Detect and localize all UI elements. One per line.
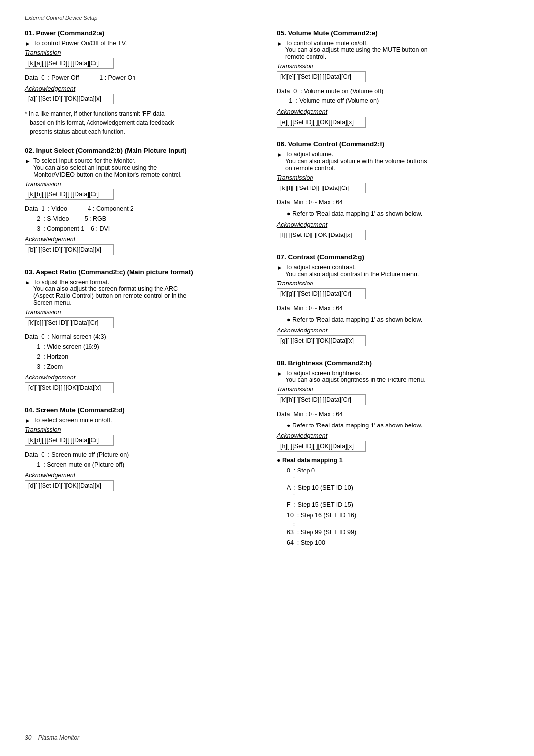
arrow-icon-06: ► (277, 151, 283, 158)
section-04-data: Data 0 : Screen mute off (Picture on) 1 … (25, 450, 257, 470)
section-07: 07. Contrast (Command2:g) ► To adjust sc… (277, 253, 509, 348)
section-02-transmission-code: [k][b][ ][Set ID][ ][Data][Cr] (25, 189, 114, 200)
section-03-bullet-text: To adjust the screen format. You can als… (33, 279, 187, 306)
two-column-layout: 01. Power (Command2:a) ► To control Powe… (25, 29, 509, 559)
section-02-bullet: ► To select input source for the Monitor… (25, 157, 257, 178)
section-07-transmission-label: Transmission (277, 280, 509, 287)
section-02-data: Data 1 : Video 4 : Component 2 2 : S-Vid… (25, 204, 257, 234)
section-08-title: 08. Brightness (Command2:h) (277, 359, 509, 367)
page-footer: 30 Plasma Monitor (25, 734, 79, 741)
section-03-bullet: ► To adjust the screen format. You can a… (25, 279, 257, 306)
section-07-bullet-text: To adjust screen contrast. You can also … (285, 264, 419, 278)
footer-label: Plasma Monitor (38, 734, 79, 741)
section-06-title: 06. Volume Control (Command2:f) (277, 141, 509, 148)
section-07-sub-bullet: ● Refer to 'Real data mapping 1' as show… (287, 315, 509, 325)
section-05-bullet-text: To control volume mute on/off. You can a… (285, 40, 428, 60)
section-05-title: 05. Volume Mute (Command2:e) (277, 29, 509, 37)
rdm-dots-1: ⋮ (287, 476, 509, 483)
arrow-icon-07: ► (277, 264, 283, 271)
real-data-mapping: ● Real data mapping 1 0 : Step 0 ⋮ A : S… (277, 457, 509, 548)
rdm-row-63: 63 : Step 99 (SET ID 99) (287, 527, 509, 538)
rdm-row-10: 10 : Step 16 (SET ID 16) (287, 510, 509, 520)
left-column: 01. Power (Command2:a) ► To control Powe… (25, 29, 257, 559)
section-05-transmission-label: Transmission (277, 63, 509, 70)
section-05-transmission-code: [k][e][ ][Set ID][ ][Data][Cr] (277, 71, 366, 82)
arrow-icon-01: ► (25, 40, 31, 47)
section-02-bullet-text: To select input source for the Monitor. … (33, 157, 182, 178)
section-02-ack-label: Acknowledgement (25, 236, 257, 243)
section-07-data: Data Min : 0 ~ Max : 64 (277, 303, 509, 313)
section-01-bullet: ► To control Power On/Off of the TV. (25, 40, 257, 47)
section-01-data-0: Data 0 : Power Off 1 : Power On (25, 74, 135, 81)
section-03-ack-label: Acknowledgement (25, 374, 257, 381)
section-02-transmission-label: Transmission (25, 181, 257, 188)
section-07-ack-code: [g][ ][Set ID][ ][OK][Data][x] (277, 335, 366, 346)
section-04-transmission-code: [k][d][ ][Set ID][ ][Data][Cr] (25, 435, 114, 446)
section-08-data: Data Min : 0 ~ Max : 64 (277, 409, 509, 419)
section-07-ack-label: Acknowledgement (277, 327, 509, 334)
section-07-bullet: ► To adjust screen contrast. You can als… (277, 264, 509, 278)
section-06-bullet: ► To adjust volume. You can also adjust … (277, 151, 509, 172)
section-08: 08. Brightness (Command2:h) ► To adjust … (277, 359, 509, 549)
section-04-transmission-label: Transmission (25, 426, 257, 433)
section-03-transmission-code: [k][c][ ][Set ID][ ][Data][Cr] (25, 317, 114, 328)
section-05-ack-label: Acknowledgement (277, 108, 509, 115)
section-08-ack-code: [h][ ][Set ID][ ][OK][Data][x] (277, 441, 366, 452)
right-column: 05. Volume Mute (Command2:e) ► To contro… (277, 29, 509, 559)
section-03-ack-code: [c][ ][Set ID][ ][OK][Data][x] (25, 382, 114, 393)
section-06: 06. Volume Control (Command2:f) ► To adj… (277, 141, 509, 242)
section-01-ack-label: Acknowledgement (25, 85, 257, 92)
real-data-title: ● Real data mapping 1 (277, 457, 509, 464)
section-08-sub-bullet: ● Refer to 'Real data mapping 1' as show… (287, 421, 509, 430)
section-03-data: Data 0 : Normal screen (4:3) 1 : Wide sc… (25, 332, 257, 372)
section-05-data: Data 0 : Volume mute on (Volume off) 1 :… (277, 86, 509, 106)
rdm-dots-2: ⋮ (287, 493, 509, 500)
rdm-row-0: 0 : Step 0 (287, 466, 509, 476)
section-01-transmission-code: [k][a][ ][Set ID][ ][Data][Cr] (25, 58, 114, 69)
section-07-title: 07. Contrast (Command2:g) (277, 253, 509, 261)
arrow-icon-05: ► (277, 40, 283, 47)
section-08-ack-label: Acknowledgement (277, 432, 509, 439)
section-08-bullet: ► To adjust screen brightness. You can a… (277, 370, 509, 383)
rdm-row-64: 64 : Step 100 (287, 538, 509, 548)
section-04-bullet: ► To select screen mute on/off. (25, 417, 257, 424)
section-01-bullet-text: To control Power On/Off of the TV. (33, 40, 127, 47)
section-08-transmission-code: [k][h][ ][Set ID][ ][Data][Cr] (277, 394, 366, 405)
footer-page-num: 30 (25, 734, 31, 741)
rdm-row-a: A : Step 10 (SET ID 10) (287, 483, 509, 493)
section-04-bullet-text: To select screen mute on/off. (33, 417, 112, 424)
section-06-ack-code: [f][ ][Set ID][ ][OK][Data][x] (277, 230, 366, 240)
section-01-title: 01. Power (Command2:a) (25, 29, 257, 37)
section-03-title: 03. Aspect Ratio (Command2:c) (Main pict… (25, 268, 257, 276)
section-06-ack-label: Acknowledgement (277, 221, 509, 228)
section-07-transmission-code: [k][g][ ][Set ID][ ][Data][Cr] (277, 288, 366, 299)
section-05-bullet: ► To control volume mute on/off. You can… (277, 40, 509, 60)
section-08-transmission-label: Transmission (277, 386, 509, 393)
section-03: 03. Aspect Ratio (Command2:c) (Main pict… (25, 268, 257, 395)
section-02: 02. Input Select (Command2:b) (Main Pict… (25, 147, 257, 257)
section-01-note: * In a like manner, if other functions t… (25, 109, 257, 136)
section-02-title: 02. Input Select (Command2:b) (Main Pict… (25, 147, 257, 154)
section-04-title: 04. Screen Mute (Command2:d) (25, 406, 257, 414)
arrow-icon-08: ► (277, 370, 283, 377)
rdm-row-f: F : Step 15 (SET ID 15) (287, 500, 509, 510)
section-01-transmission-label: Transmission (25, 49, 257, 56)
arrow-icon-04: ► (25, 417, 31, 424)
section-04-ack-code: [d][ ][Set ID][ ][OK][Data][x] (25, 480, 114, 491)
section-04: 04. Screen Mute (Command2:d) ► To select… (25, 406, 257, 493)
section-06-transmission-label: Transmission (277, 174, 509, 181)
section-01-data: Data 0 : Power Off 1 : Power On (25, 73, 257, 83)
section-06-transmission-code: [k][f][ ][Set ID][ ][Data][Cr] (277, 183, 366, 193)
rdm-dots-3: ⋮ (287, 521, 509, 527)
section-05: 05. Volume Mute (Command2:e) ► To contro… (277, 29, 509, 130)
page-header: External Control Device Setup (25, 15, 509, 24)
section-01: 01. Power (Command2:a) ► To control Powe… (25, 29, 257, 136)
section-04-ack-label: Acknowledgement (25, 472, 257, 479)
section-02-ack-code: [b][ ][Set ID][ ][OK][Data][x] (25, 244, 114, 255)
arrow-icon-02: ► (25, 158, 31, 165)
section-06-sub-bullet: ● Refer to 'Real data mapping 1' as show… (287, 209, 509, 219)
section-06-data: Data Min : 0 ~ Max : 64 (277, 197, 509, 207)
section-01-ack-code: [a][ ][Set ID][ ][OK][Data][x] (25, 94, 114, 104)
section-06-bullet-text: To adjust volume. You can also adjust vo… (285, 151, 427, 172)
header-text: External Control Device Setup (25, 15, 97, 21)
